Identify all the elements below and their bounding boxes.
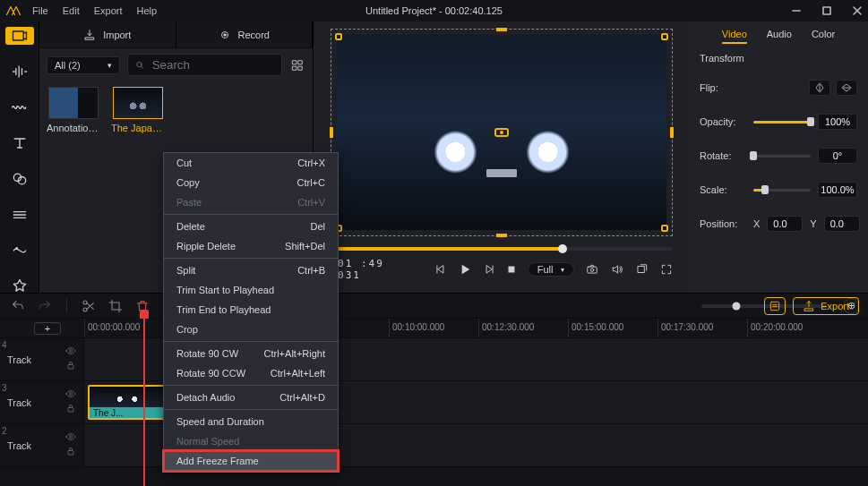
handle-mid-top[interactable] xyxy=(496,28,507,31)
context-menu-item[interactable]: DeleteDel xyxy=(164,217,338,236)
fit-dropdown[interactable]: Full xyxy=(528,262,574,277)
inspector-tab-audio[interactable]: Audio xyxy=(767,29,792,44)
context-menu-item-shortcut: Ctrl+B xyxy=(297,265,325,276)
rotate-slider[interactable] xyxy=(753,155,811,158)
opacity-slider[interactable] xyxy=(753,121,811,124)
context-menu-item[interactable]: CutCtrl+X xyxy=(164,153,338,173)
close-button[interactable] xyxy=(852,5,863,16)
menu-edit[interactable]: Edit xyxy=(63,5,80,16)
stop-button[interactable] xyxy=(506,264,517,275)
lock-icon[interactable] xyxy=(65,403,76,414)
rail-favorites[interactable] xyxy=(5,277,34,295)
handle-mid-right[interactable] xyxy=(670,127,674,138)
handle-center[interactable] xyxy=(494,128,509,137)
context-menu-item[interactable]: Speed and Duration xyxy=(164,412,338,431)
timeline-track[interactable]: 4 Track xyxy=(0,338,868,381)
context-menu-item-label: Paste xyxy=(176,197,202,208)
scrubber-handle[interactable] xyxy=(558,244,567,253)
position-x-value[interactable]: 0.0 xyxy=(767,216,803,232)
record-tab[interactable]: Record xyxy=(176,21,314,47)
markers-button[interactable] xyxy=(764,297,786,315)
menu-file[interactable]: File xyxy=(32,5,48,16)
rail-effects[interactable] xyxy=(5,242,34,260)
rotate-value[interactable]: 0° xyxy=(818,148,857,164)
timeline-track[interactable]: 3 Track The J... xyxy=(0,381,868,424)
context-menu-item[interactable]: Rotate 90 CCWCtrl+Alt+Left xyxy=(164,363,338,383)
visibility-icon[interactable] xyxy=(65,431,76,442)
context-menu-item[interactable]: Trim Start to Playhead xyxy=(164,280,338,300)
library-search[interactable] xyxy=(127,54,282,76)
opacity-value[interactable]: 100% xyxy=(818,114,857,130)
rail-audio-wave[interactable] xyxy=(5,98,34,116)
menu-export[interactable]: Export xyxy=(94,5,123,16)
visibility-icon[interactable] xyxy=(65,345,76,356)
detach-window-button[interactable] xyxy=(635,263,649,276)
rail-transition[interactable] xyxy=(5,206,34,224)
scale-value[interactable]: 100.0% xyxy=(818,182,857,198)
context-menu-item[interactable]: Rotate 90 CWCtrl+Alt+Right xyxy=(164,344,338,363)
library-filter-dropdown[interactable]: All (2) xyxy=(47,56,120,74)
context-menu-item[interactable]: CopyCtrl+C xyxy=(164,173,338,192)
library-item[interactable]: Annotation ... xyxy=(47,87,100,133)
timeline-clip[interactable]: The J... xyxy=(88,385,167,420)
menubar: File Edit Export Help xyxy=(32,5,157,16)
import-tab[interactable]: Import xyxy=(39,21,176,47)
split-button[interactable] xyxy=(80,297,98,315)
handle-mid-bottom[interactable] xyxy=(496,234,507,237)
context-menu-item[interactable]: Trim End to Playhead xyxy=(164,300,338,320)
lock-icon[interactable] xyxy=(65,360,76,371)
context-menu-item-shortcut: Ctrl+Alt+Right xyxy=(264,348,325,359)
undo-button[interactable] xyxy=(9,297,27,315)
grid-view-toggle[interactable] xyxy=(289,57,305,73)
position-y-value[interactable]: 0.0 xyxy=(824,216,860,232)
rail-media[interactable] xyxy=(5,27,34,45)
add-track-button[interactable]: + xyxy=(34,322,61,335)
context-menu-item-label: Split xyxy=(176,265,195,276)
timeline-playhead[interactable] xyxy=(143,319,145,486)
rail-text[interactable] xyxy=(5,134,34,152)
context-menu-item[interactable]: Crop xyxy=(164,320,338,339)
crop-button[interactable] xyxy=(107,297,125,315)
handle-top-left[interactable] xyxy=(335,33,342,40)
timeline-track[interactable]: 2 Track xyxy=(0,424,868,467)
prev-frame-button[interactable] xyxy=(434,263,447,276)
flip-vertical-button[interactable] xyxy=(836,80,857,96)
context-menu-item[interactable]: Ripple DeleteShift+Del xyxy=(164,236,338,256)
context-menu-item-label: Detach Audio xyxy=(176,392,235,403)
minimize-button[interactable] xyxy=(791,5,802,16)
handle-top-right[interactable] xyxy=(661,33,668,40)
menu-help[interactable]: Help xyxy=(137,5,158,16)
svg-point-5 xyxy=(223,33,225,35)
scale-slider[interactable] xyxy=(753,189,811,192)
flip-horizontal-button[interactable] xyxy=(809,80,830,96)
preview-scrubber[interactable] xyxy=(331,247,673,251)
snapshot-button[interactable] xyxy=(585,263,599,276)
fullscreen-button[interactable] xyxy=(660,263,673,276)
maximize-button[interactable] xyxy=(821,5,832,16)
svg-point-18 xyxy=(70,350,73,353)
timeline-body: 4 Track 3 Track The J... xyxy=(0,338,868,486)
inspector-tab-color[interactable]: Color xyxy=(812,29,835,44)
timeline-zoom-knob[interactable] xyxy=(733,302,741,310)
rail-audio[interactable] xyxy=(5,63,34,81)
visibility-icon[interactable] xyxy=(65,388,76,399)
next-frame-button[interactable] xyxy=(483,263,495,276)
volume-button[interactable] xyxy=(610,263,624,276)
inspector-tab-video[interactable]: Video xyxy=(722,29,747,44)
handle-mid-left[interactable] xyxy=(330,127,333,138)
context-menu-item[interactable]: Add Freeze Frame xyxy=(164,451,338,471)
context-menu-item[interactable]: Detach AudioCtrl+Alt+D xyxy=(164,388,338,407)
preview-canvas[interactable] xyxy=(331,29,673,236)
redo-button[interactable] xyxy=(36,297,54,315)
rail-overlay[interactable] xyxy=(5,170,34,188)
export-button[interactable]: Export xyxy=(793,297,859,315)
library-search-input[interactable] xyxy=(150,57,274,72)
flip-label: Flip: xyxy=(700,82,746,93)
library-item[interactable]: The Japane... xyxy=(111,87,165,133)
lock-icon[interactable] xyxy=(65,446,76,456)
context-menu-item[interactable]: SplitCtrl+B xyxy=(164,260,338,280)
handle-bottom-right[interactable] xyxy=(661,225,668,232)
play-button[interactable] xyxy=(458,262,472,277)
svg-point-3 xyxy=(15,248,17,250)
svg-rect-12 xyxy=(587,267,597,273)
